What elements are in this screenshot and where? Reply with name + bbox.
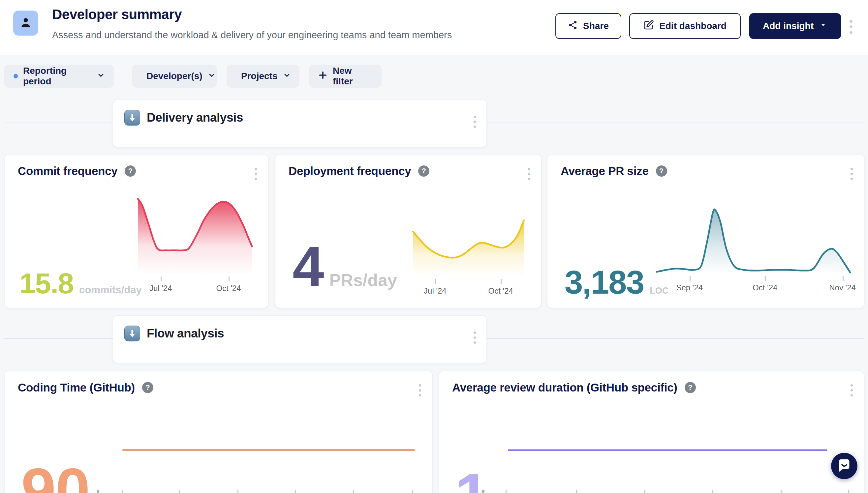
metric-unit: PRs/day xyxy=(329,272,397,289)
x-axis-ticks: Jul '24Oct '24 xyxy=(413,277,524,300)
card-coding-time: Coding Time (GitHub) ? 90 xyxy=(4,371,433,493)
section-menu[interactable] xyxy=(472,114,477,129)
edit-icon xyxy=(643,20,654,33)
edit-dashboard-button[interactable]: Edit dashboard xyxy=(629,13,741,39)
card-menu[interactable] xyxy=(849,166,854,181)
review-duration-line xyxy=(509,444,826,457)
chat-launcher-button[interactable] xyxy=(831,453,857,479)
section-flow-analysis: Flow analysis xyxy=(113,315,487,363)
card-title: Commit frequency xyxy=(18,165,118,178)
filter-projects[interactable]: Projects xyxy=(227,65,299,88)
metric-value: 90 xyxy=(21,459,89,493)
x-axis-ticks: Jul '24Oct '24 xyxy=(138,275,252,298)
help-icon[interactable]: ? xyxy=(142,382,153,393)
metric-value: 4 xyxy=(292,238,324,295)
page-title: Developer summary xyxy=(52,6,182,22)
card-title: Deployment frequency xyxy=(289,165,411,178)
metric: 90 xyxy=(21,459,89,493)
x-axis-ticks xyxy=(5,490,432,493)
filter-label: Projects xyxy=(241,71,278,81)
section-delivery-analysis: Delivery analysis xyxy=(113,100,487,147)
active-filter-dot xyxy=(14,74,18,79)
chevron-down-icon xyxy=(97,71,105,81)
card-title: Coding Time (GitHub) xyxy=(18,381,135,394)
header-bar: Developer summary Assess and understand … xyxy=(0,0,868,56)
x-axis-ticks: Sep '24Oct '24Nov '24 xyxy=(657,274,850,297)
down-arrow-button-emoji-icon xyxy=(124,110,140,126)
new-filter-label: New filter xyxy=(333,66,372,87)
help-icon[interactable]: ? xyxy=(418,166,429,177)
header-overflow-menu[interactable] xyxy=(848,19,854,35)
edit-dashboard-button-label: Edit dashboard xyxy=(659,21,726,31)
caret-down-icon xyxy=(819,21,827,31)
average-pr-size-sparkline xyxy=(657,208,850,274)
share-icon xyxy=(568,20,578,32)
coding-time-line xyxy=(123,444,414,457)
developer-summary-dashboard: Developer summary Assess and understand … xyxy=(0,0,868,493)
card-menu[interactable] xyxy=(253,166,258,181)
card-menu[interactable] xyxy=(417,383,422,398)
help-icon[interactable]: ? xyxy=(125,166,136,177)
avatar xyxy=(13,10,38,36)
card-menu[interactable] xyxy=(849,383,854,398)
person-icon xyxy=(19,16,32,30)
new-filter-button[interactable]: New filter xyxy=(309,65,381,88)
card-commit-frequency: Commit frequency ? 15.8 commits/day Jul … xyxy=(4,154,268,308)
chat-bubble-icon xyxy=(837,458,851,474)
x-axis-ticks xyxy=(439,490,864,493)
metric-unit: commits/day xyxy=(79,285,142,295)
deployment-frequency-sparkline xyxy=(413,218,524,277)
metric-value: 3,183 xyxy=(564,265,644,299)
page-subtitle: Assess and understand the workload & del… xyxy=(52,30,452,41)
plus-icon xyxy=(318,70,328,82)
add-insight-button-label: Add insight xyxy=(763,21,813,31)
card-deployment-frequency: Deployment frequency ? 4 PRs/day Jul '24… xyxy=(275,154,541,308)
card-average-pr-size: Average PR size ? 3,183 LOC Sep '24Oct '… xyxy=(547,154,864,308)
commit-frequency-sparkline xyxy=(138,196,252,275)
section-title: Delivery analysis xyxy=(147,111,243,125)
filter-label: Reporting period xyxy=(23,66,92,87)
metric: 15.8 commits/day xyxy=(19,269,142,298)
filter-reporting-period[interactable]: Reporting period xyxy=(4,65,114,88)
metric: 4 PRs/day xyxy=(292,238,397,295)
down-arrow-button-emoji-icon xyxy=(124,326,140,341)
chevron-down-icon xyxy=(208,71,216,81)
filter-developers[interactable]: Developer(s) xyxy=(132,65,217,88)
metric: 1 xyxy=(455,464,489,493)
metric-value: 1 xyxy=(455,464,489,493)
metric-value: 15.8 xyxy=(19,269,73,298)
metric: 3,183 LOC xyxy=(564,265,668,299)
add-insight-button[interactable]: Add insight xyxy=(749,13,841,39)
share-button[interactable]: Share xyxy=(555,13,621,39)
card-menu[interactable] xyxy=(526,166,531,181)
chevron-down-icon xyxy=(283,71,291,81)
section-menu[interactable] xyxy=(472,330,477,345)
filter-label: Developer(s) xyxy=(146,71,203,81)
help-icon[interactable]: ? xyxy=(656,166,667,177)
share-button-label: Share xyxy=(583,21,609,31)
help-icon[interactable]: ? xyxy=(685,382,696,393)
card-title: Average PR size xyxy=(561,165,649,178)
section-title: Flow analysis xyxy=(147,327,224,340)
card-average-review-duration: Average review duration (GitHub specific… xyxy=(439,371,864,493)
card-title: Average review duration (GitHub specific… xyxy=(452,381,677,394)
